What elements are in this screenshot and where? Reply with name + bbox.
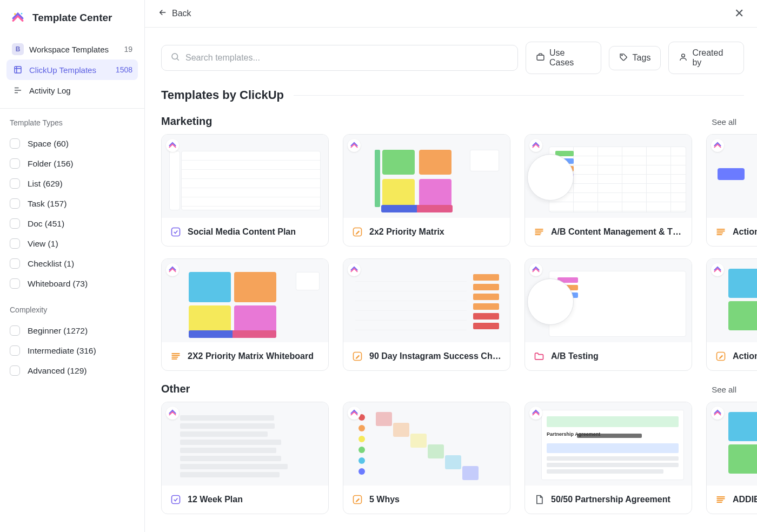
template-type-icon bbox=[170, 351, 181, 362]
filter-heading-complexity: Complexity bbox=[10, 305, 135, 314]
checkbox[interactable] bbox=[10, 198, 20, 209]
nav-activity-log[interactable]: Activity Log bbox=[6, 80, 138, 101]
card-footer: 50/50 Partnership Agreement bbox=[525, 486, 692, 514]
checkbox[interactable] bbox=[10, 218, 20, 229]
sidebar-header: Template Center bbox=[0, 0, 144, 36]
svg-rect-7 bbox=[172, 228, 180, 236]
section-heading-row: Templates by ClickUp bbox=[161, 88, 744, 102]
checkbox[interactable] bbox=[10, 138, 20, 149]
svg-point-1 bbox=[21, 13, 23, 15]
template-type-icon bbox=[352, 351, 363, 362]
type-label: Doc (451) bbox=[28, 219, 64, 229]
filter-heading-types: Template Types bbox=[10, 118, 135, 127]
card-footer: 12 Week Plan bbox=[162, 486, 328, 514]
filter-types: Template Types Space (60)Folder (156)Lis… bbox=[0, 109, 144, 296]
template-card[interactable]: A/B Content Management & T… bbox=[524, 134, 692, 247]
svg-point-0 bbox=[14, 13, 16, 15]
card-footer: 2x2 Priority Matrix bbox=[343, 218, 510, 246]
card-footer: Action Pl… bbox=[707, 218, 757, 246]
category-title: Marketing bbox=[161, 115, 212, 128]
filter-complexity: Complexity Beginner (1272)Intermediate (… bbox=[0, 296, 144, 383]
template-card[interactable]: ADDIE bbox=[706, 402, 757, 514]
clickup-logo-icon bbox=[529, 263, 542, 276]
type-row[interactable]: Folder (156) bbox=[10, 154, 135, 174]
back-button[interactable]: Back bbox=[158, 8, 191, 19]
template-name: 90 Day Instagram Success Ch… bbox=[369, 351, 501, 361]
clickup-logo-icon bbox=[166, 139, 179, 152]
template-name: A/B Content Management & T… bbox=[551, 227, 683, 237]
template-type-icon bbox=[352, 227, 363, 237]
user-icon bbox=[679, 52, 688, 64]
page-title: Templates by ClickUp bbox=[161, 88, 284, 102]
search-box[interactable] bbox=[161, 45, 518, 71]
complexity-label: Beginner (1272) bbox=[28, 326, 88, 336]
category-header: Marketing See all bbox=[161, 115, 744, 128]
type-row[interactable]: Space (60) bbox=[10, 134, 135, 154]
pill-label: Created by bbox=[692, 48, 734, 68]
checkbox[interactable] bbox=[10, 258, 20, 269]
nav-clickup-templates[interactable]: ClickUp Templates 1508 bbox=[6, 59, 138, 80]
type-row[interactable]: List (629) bbox=[10, 174, 135, 194]
filter-created-by[interactable]: Created by bbox=[668, 42, 744, 74]
sidebar-nav: B Workspace Templates 19 ClickUp Templat… bbox=[0, 36, 144, 109]
see-all-link[interactable]: See all bbox=[712, 385, 736, 394]
type-row[interactable]: View (1) bbox=[10, 234, 135, 254]
checkbox[interactable] bbox=[10, 238, 20, 249]
close-icon: ✕ bbox=[734, 6, 744, 20]
see-all-link[interactable]: See all bbox=[712, 117, 736, 127]
search-row: Use Cases Tags Created by bbox=[161, 42, 744, 74]
complexity-row[interactable]: Beginner (1272) bbox=[10, 321, 135, 341]
type-row[interactable]: Task (157) bbox=[10, 194, 135, 214]
template-type-icon bbox=[170, 227, 181, 237]
complexity-row[interactable]: Advanced (129) bbox=[10, 361, 135, 381]
checkbox[interactable] bbox=[10, 278, 20, 289]
template-card[interactable]: 2X2 Priority Matrix Whiteboard bbox=[161, 258, 329, 371]
type-row[interactable]: Checklist (1) bbox=[10, 254, 135, 274]
svg-point-5 bbox=[621, 55, 622, 55]
topbar: Back ✕ bbox=[145, 0, 757, 28]
checkbox[interactable] bbox=[10, 345, 20, 356]
checkbox[interactable] bbox=[10, 178, 20, 189]
template-card[interactable]: A/B Testing bbox=[524, 258, 692, 371]
card-footer: 5 Whys bbox=[343, 486, 510, 514]
filter-use-cases[interactable]: Use Cases bbox=[526, 42, 601, 74]
template-name: Action Pl… bbox=[733, 227, 757, 237]
category-title: Other bbox=[161, 383, 190, 395]
template-card[interactable]: Action Pr… bbox=[706, 258, 757, 371]
checkbox[interactable] bbox=[10, 325, 20, 336]
nav-count: 1508 bbox=[116, 65, 132, 74]
nav-workspace-templates[interactable]: B Workspace Templates 19 bbox=[6, 39, 138, 59]
template-type-icon bbox=[715, 227, 726, 237]
filter-tags[interactable]: Tags bbox=[609, 46, 661, 70]
template-card[interactable]: 5 Whys bbox=[343, 402, 510, 514]
template-type-icon bbox=[534, 351, 544, 362]
template-type-icon bbox=[534, 227, 544, 237]
type-label: Checklist (1) bbox=[28, 259, 74, 269]
template-name: A/B Testing bbox=[551, 351, 683, 361]
template-name: 50/50 Partnership Agreement bbox=[551, 495, 683, 504]
close-button[interactable]: ✕ bbox=[734, 8, 744, 19]
card-footer: A/B Content Management & T… bbox=[525, 218, 692, 246]
type-row[interactable]: Whiteboard (73) bbox=[10, 274, 135, 294]
type-row[interactable]: Doc (451) bbox=[10, 214, 135, 234]
complexity-row[interactable]: Intermediate (316) bbox=[10, 341, 135, 361]
template-name: Social Media Content Plan bbox=[188, 227, 320, 237]
card-row: 2X2 Priority Matrix Whiteboard 90 Day In… bbox=[161, 258, 744, 371]
category-header: Other See all bbox=[161, 383, 744, 395]
template-card[interactable]: 90 Day Instagram Success Ch… bbox=[343, 258, 510, 371]
checkbox[interactable] bbox=[10, 365, 20, 376]
search-input[interactable] bbox=[185, 53, 509, 63]
activity-icon bbox=[12, 84, 24, 96]
card-footer: ADDIE bbox=[707, 486, 757, 514]
template-card[interactable]: Partnership Agreement 50/50 Partnership … bbox=[524, 402, 692, 514]
template-type-icon bbox=[715, 494, 726, 505]
template-card[interactable]: 2x2 Priority Matrix bbox=[343, 134, 510, 247]
template-card[interactable]: Action Pl… bbox=[706, 134, 757, 247]
checkbox[interactable] bbox=[10, 158, 20, 169]
template-card[interactable]: 12 Week Plan bbox=[161, 402, 329, 514]
svg-point-3 bbox=[172, 54, 178, 59]
content: Use Cases Tags Created by Templates by C… bbox=[145, 28, 757, 532]
sidebar-title: Template Center bbox=[32, 12, 112, 24]
clickup-logo-icon bbox=[348, 139, 361, 152]
template-card[interactable]: Social Media Content Plan bbox=[161, 134, 329, 247]
